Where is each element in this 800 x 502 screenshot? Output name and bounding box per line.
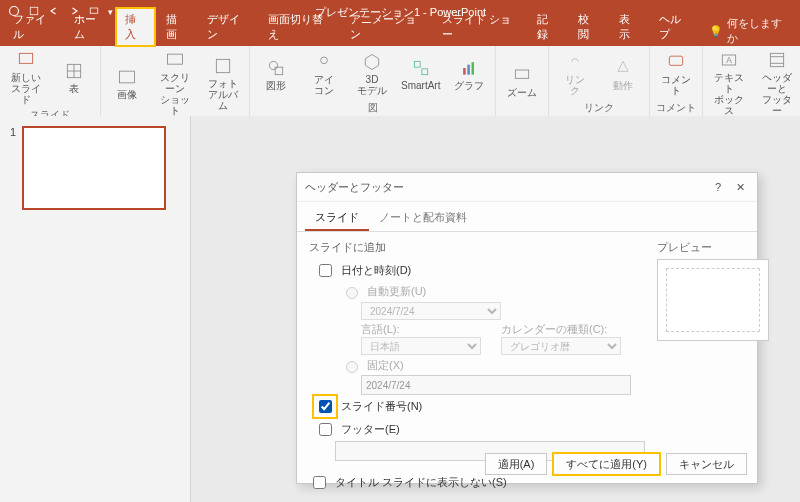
tab-view[interactable]: 表示	[610, 8, 649, 46]
lang-label: 言語(L):	[361, 322, 481, 337]
new-slide-label: 新しい スライド	[7, 72, 45, 105]
new-slide-button[interactable]: 新しい スライド	[4, 48, 48, 107]
cancel-button[interactable]: キャンセル	[666, 453, 747, 475]
tab-design[interactable]: デザイン	[198, 8, 257, 46]
datetime-label: 日付と時刻(D)	[341, 263, 411, 278]
action-label: 動作	[613, 80, 633, 91]
preview-box	[657, 259, 769, 341]
ribbon-group-illustrations: 図形 アイ コン 3D モデル SmartArt グラフ 図	[250, 46, 496, 116]
section-label: スライドに追加	[309, 240, 645, 255]
datetime-row: 日付と時刻(D)	[309, 259, 645, 282]
shapes-label: 図形	[266, 80, 286, 91]
svg-rect-20	[670, 56, 683, 65]
photo-album-button[interactable]: フォト アルバム	[201, 54, 245, 113]
chart-label: グラフ	[454, 80, 484, 91]
link-label: リン ク	[565, 74, 585, 96]
cal-select[interactable]: グレゴリオ暦	[501, 337, 621, 355]
svg-rect-18	[516, 70, 529, 78]
chart-button[interactable]: グラフ	[447, 56, 491, 93]
dialog-titlebar: ヘッダーとフッター ? ✕	[297, 173, 757, 202]
tab-draw[interactable]: 描画	[157, 8, 196, 46]
tab-slideshow[interactable]: スライド ショー	[433, 8, 526, 46]
svg-point-12	[321, 57, 328, 64]
fixed-label: 固定(X)	[367, 358, 404, 373]
autoupdate-radio[interactable]	[346, 287, 358, 299]
table-label: 表	[69, 83, 79, 94]
tab-record[interactable]: 記録	[528, 8, 567, 46]
dialog-buttons: 適用(A) すべてに適用(Y) キャンセル	[485, 453, 747, 475]
textbox-label: テキスト ボックス	[710, 72, 748, 116]
svg-rect-7	[120, 71, 135, 83]
lang-select[interactable]: 日本語	[361, 337, 481, 355]
ribbon-group-text: Aテキスト ボックス ヘッダーと フッター Aワード アート 日付と 時刻 #ス…	[703, 46, 800, 116]
footer-checkbox[interactable]	[319, 423, 332, 436]
svg-rect-16	[468, 64, 471, 74]
ribbon-group-slides: 新しい スライド 表 スライド	[0, 46, 101, 116]
3d-models-button[interactable]: 3D モデル	[350, 50, 394, 98]
group-label-comments: コメント	[654, 100, 698, 116]
close-icon[interactable]: ✕	[731, 181, 749, 194]
tab-file[interactable]: ファイル	[4, 8, 63, 46]
hidetitle-checkbox[interactable]	[313, 476, 326, 489]
picture-label: 画像	[117, 89, 137, 100]
action-button[interactable]: 動作	[601, 56, 645, 93]
footer-label: フッター(E)	[341, 422, 400, 437]
date-select[interactable]: 2024/7/24	[361, 302, 501, 320]
apply-button[interactable]: 適用(A)	[485, 453, 548, 475]
tab-home[interactable]: ホーム	[65, 8, 114, 46]
help-button[interactable]: ?	[715, 181, 721, 193]
tab-animations[interactable]: アニメーション	[341, 8, 431, 46]
zoom-button[interactable]: ズーム	[500, 63, 544, 100]
slide-thumbnails-pane: 1	[0, 116, 191, 502]
svg-rect-23	[771, 53, 784, 66]
tab-help[interactable]: ヘルプ	[650, 8, 699, 46]
fixed-radio[interactable]	[346, 361, 358, 373]
comment-button[interactable]: コメント	[654, 50, 698, 98]
ribbon: 新しい スライド 表 スライド 画像 スクリーン ショット フォト アルバム 画…	[0, 46, 800, 117]
dialog-tabs: スライド ノートと配布資料	[297, 202, 757, 232]
slidenum-checkbox[interactable]	[319, 400, 332, 413]
apply-all-button[interactable]: すべてに適用(Y)	[553, 453, 660, 475]
tellme-search[interactable]: 💡 何をしますか	[701, 16, 796, 46]
tab-review[interactable]: 校閲	[569, 8, 608, 46]
header-footer-button[interactable]: ヘッダーと フッター	[755, 48, 799, 118]
zoom-label: ズーム	[507, 87, 537, 98]
icons-button[interactable]: アイ コン	[302, 50, 346, 98]
hidetitle-label: タイトル スライドに表示しない(S)	[335, 475, 507, 490]
slide-thumbnail[interactable]: 1	[10, 126, 180, 210]
icons-label: アイ コン	[314, 74, 334, 96]
preview-label: プレビュー	[657, 240, 767, 255]
tab-notes[interactable]: ノートと配布資料	[369, 206, 477, 231]
svg-rect-9	[216, 59, 229, 72]
svg-rect-17	[472, 62, 475, 74]
tab-transitions[interactable]: 画面切り替え	[259, 8, 339, 46]
tab-insert[interactable]: 挿入	[116, 8, 155, 46]
svg-rect-8	[168, 54, 183, 64]
svg-text:A: A	[727, 55, 733, 65]
3d-label: 3D モデル	[357, 74, 387, 96]
svg-marker-19	[618, 61, 628, 71]
link-button[interactable]: リン ク	[553, 50, 597, 98]
svg-rect-14	[422, 68, 428, 74]
svg-rect-13	[414, 61, 420, 67]
ribbon-group-zoom: ズーム	[496, 46, 549, 116]
tab-slide[interactable]: スライド	[305, 206, 369, 231]
menu-bar: ファイル ホーム 挿入 描画 デザイン 画面切り替え アニメーション スライド …	[0, 24, 800, 46]
group-label-links: リンク	[553, 100, 645, 116]
screenshot-button[interactable]: スクリーン ショット	[153, 48, 197, 118]
fixed-input[interactable]	[361, 375, 631, 395]
textbox-button[interactable]: Aテキスト ボックス	[707, 48, 751, 118]
svg-rect-15	[464, 68, 467, 75]
datetime-checkbox[interactable]	[319, 264, 332, 277]
thumb-number: 1	[10, 126, 16, 210]
picture-button[interactable]: 画像	[105, 65, 149, 102]
ribbon-group-images: 画像 スクリーン ショット フォト アルバム 画像	[101, 46, 250, 116]
smartart-button[interactable]: SmartArt	[398, 56, 443, 93]
table-button[interactable]: 表	[52, 59, 96, 96]
comment-label: コメント	[657, 74, 695, 96]
lightbulb-icon: 💡	[709, 25, 723, 38]
slidenum-label: スライド番号(N)	[341, 399, 422, 414]
shapes-button[interactable]: 図形	[254, 56, 298, 93]
svg-rect-3	[19, 53, 32, 63]
group-label-illust: 図	[254, 100, 491, 116]
